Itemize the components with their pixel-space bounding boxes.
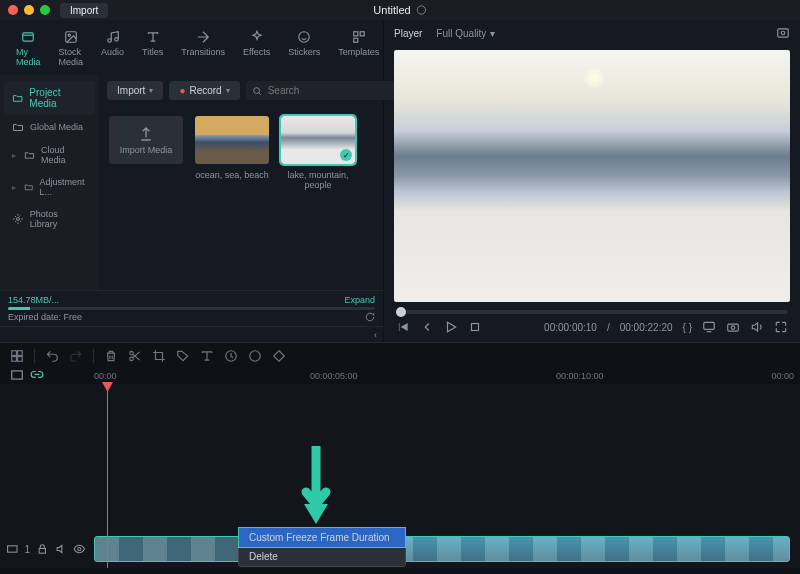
text-icon[interactable]: [200, 349, 214, 363]
progress-handle[interactable]: [396, 307, 406, 317]
ruler-tick: 00:00:05:00: [310, 371, 358, 381]
timeline-header-controls: [10, 368, 44, 382]
svg-rect-16: [728, 324, 739, 331]
menu-item-delete[interactable]: Delete: [239, 547, 405, 566]
main-clip[interactable]: 1.00 x ▾: [340, 536, 790, 562]
tab-templates[interactable]: Templates: [330, 26, 387, 71]
tab-titles[interactable]: Titles: [134, 26, 171, 71]
refresh-icon[interactable]: [365, 312, 375, 322]
effects-icon: [250, 30, 264, 44]
svg-rect-14: [472, 324, 479, 331]
link-icon[interactable]: [30, 368, 44, 382]
svg-point-10: [16, 218, 19, 221]
snapshot-icon[interactable]: [776, 26, 790, 40]
svg-rect-27: [8, 546, 17, 552]
fullscreen-icon[interactable]: [774, 320, 788, 334]
sidebar-item-adjustment[interactable]: ▸ Adjustment L...: [4, 171, 95, 203]
titlebar: Import Untitled: [0, 0, 800, 20]
menu-item-custom-freeze-duration[interactable]: Custom Freeze Frame Duration: [239, 528, 405, 547]
svg-rect-28: [39, 548, 45, 553]
ruler-tick: 00:00: [771, 371, 794, 381]
prev-frame-icon[interactable]: [396, 320, 410, 334]
info-icon[interactable]: [417, 5, 427, 15]
search-icon: [252, 86, 262, 96]
ruler-tick: 00:00: [94, 371, 117, 381]
svg-rect-26: [12, 371, 23, 379]
volume-icon[interactable]: [750, 320, 764, 334]
media-thumb-lake[interactable]: ✓ lake, mountain, people: [281, 116, 355, 190]
sidebar-item-photos-library[interactable]: Photos Library: [4, 203, 95, 235]
folder-icon: [12, 121, 24, 133]
undo-icon[interactable]: [45, 349, 59, 363]
timeline-ruler[interactable]: 00:00 00:00:05:00 00:00:10:00 00:00: [0, 368, 800, 384]
progress-bar[interactable]: [396, 310, 788, 314]
track-settings-icon[interactable]: [10, 368, 24, 382]
media-thumb-beach[interactable]: ocean, sea, beach: [195, 116, 269, 190]
stop-icon[interactable]: [468, 320, 482, 334]
sidebar-item-project-media[interactable]: Project Media: [4, 81, 95, 115]
crop-icon[interactable]: [152, 349, 166, 363]
color-icon[interactable]: [248, 349, 262, 363]
redo-icon[interactable]: [69, 349, 83, 363]
camera-icon[interactable]: [726, 320, 740, 334]
tab-my-media[interactable]: My Media: [8, 26, 49, 71]
sidebar-item-label: Global Media: [30, 122, 83, 132]
tab-audio[interactable]: Audio: [93, 26, 132, 71]
eye-icon[interactable]: [73, 542, 86, 556]
import-dropdown-button[interactable]: Import ▾: [107, 81, 163, 100]
svg-point-4: [107, 39, 111, 43]
titles-icon: [146, 30, 160, 44]
timeline: 00:00 00:00:05:00 00:00:10:00 00:00 1 Fr…: [0, 368, 800, 568]
minimize-window-icon[interactable]: [24, 5, 34, 15]
track-index: 1: [25, 544, 31, 555]
media-panel: My Media Stock Media Audio Titles Transi…: [0, 20, 384, 342]
svg-rect-15: [704, 322, 715, 329]
stickers-icon: [297, 30, 311, 44]
expand-button[interactable]: Expand: [344, 295, 375, 305]
storage-used: 154.78MB/...: [8, 295, 59, 305]
folder-icon: [24, 149, 35, 161]
tab-transitions[interactable]: Transitions: [173, 26, 233, 71]
svg-point-17: [731, 326, 735, 330]
svg-rect-21: [18, 356, 23, 361]
search-input[interactable]: [246, 81, 403, 100]
quality-dropdown[interactable]: Full Quality ▾: [436, 28, 495, 39]
chevron-down-icon: ▾: [490, 28, 495, 39]
delete-icon[interactable]: [104, 349, 118, 363]
keyframe-icon[interactable]: [272, 349, 286, 363]
step-back-icon[interactable]: [420, 320, 434, 334]
tab-label: My Media: [16, 47, 41, 67]
svg-rect-12: [778, 29, 789, 37]
collapse-icon[interactable]: ‹: [374, 330, 377, 340]
close-window-icon[interactable]: [8, 5, 18, 15]
layout-icon[interactable]: [10, 349, 24, 363]
mute-icon[interactable]: [55, 542, 68, 556]
tab-stickers[interactable]: Stickers: [280, 26, 328, 71]
maximize-window-icon[interactable]: [40, 5, 50, 15]
tag-icon[interactable]: [176, 349, 190, 363]
ruler-tick: 00:00:10:00: [556, 371, 604, 381]
templates-icon: [352, 30, 366, 44]
record-dropdown-button[interactable]: ● Record ▾: [169, 81, 239, 100]
sidebar-item-global-media[interactable]: Global Media: [4, 115, 95, 139]
svg-rect-1: [23, 33, 34, 41]
my-media-icon: [21, 30, 35, 44]
playhead-handle-icon[interactable]: [102, 382, 113, 392]
player-viewport[interactable]: [394, 50, 790, 302]
monitor-icon[interactable]: [702, 320, 716, 334]
import-media-card[interactable]: Import Media: [109, 116, 183, 190]
tab-stock-media[interactable]: Stock Media: [51, 26, 92, 71]
playhead[interactable]: [107, 384, 108, 568]
play-icon[interactable]: [444, 320, 458, 334]
speed-icon[interactable]: [224, 349, 238, 363]
markers-icon[interactable]: { }: [683, 322, 692, 333]
tab-effects[interactable]: Effects: [235, 26, 278, 71]
collapse-row: ‹: [0, 326, 383, 342]
split-icon[interactable]: [128, 349, 142, 363]
video-track-icon[interactable]: [6, 542, 19, 556]
import-button[interactable]: Import: [60, 3, 108, 18]
lock-icon[interactable]: [36, 542, 49, 556]
sidebar-item-cloud-media[interactable]: ▸ Cloud Media: [4, 139, 95, 171]
transitions-icon: [196, 30, 210, 44]
tracks-area[interactable]: 1 Freeze 1.00 x ▾ Custom Freeze Frame Du…: [0, 384, 800, 568]
